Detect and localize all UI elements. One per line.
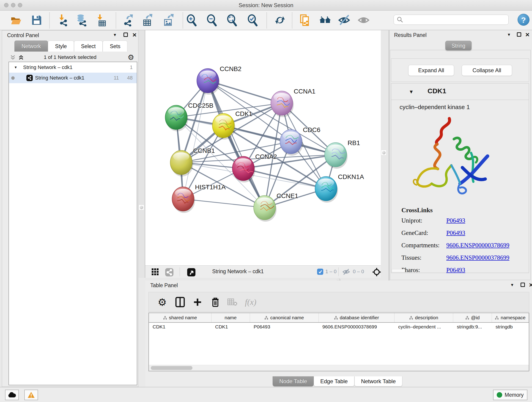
column-header-database-identifier[interactable]: database identifier <box>319 313 394 322</box>
table-cell[interactable]: stringdb <box>492 323 529 332</box>
compartments-link[interactable]: 9606.ENSP00000378699 <box>446 242 509 249</box>
export-table-icon[interactable] <box>141 14 153 27</box>
birdseye-grid-icon[interactable] <box>151 268 159 277</box>
uniprot-link[interactable]: P06493 <box>446 217 465 224</box>
table-row[interactable]: CDK1CDK1P064939606.ENSP00000378699cyclin… <box>149 323 529 332</box>
table-cell[interactable]: CDK1 <box>211 323 250 332</box>
table-cell[interactable]: stringdb:9... <box>453 323 492 332</box>
tab-network-table[interactable]: Network Table <box>355 376 403 386</box>
network-node-cdc25b[interactable] <box>165 105 188 131</box>
bottom-splitter[interactable] <box>145 278 381 281</box>
network-options-gear-icon[interactable]: ⚙ <box>128 53 134 62</box>
app-window: Session: New Session <box>0 0 532 402</box>
panel-float-icon[interactable] <box>520 283 525 287</box>
open-session-icon[interactable] <box>10 14 22 27</box>
right-splitter-handle[interactable] <box>381 150 386 155</box>
panel-float-icon[interactable] <box>123 32 128 37</box>
zoom-in-icon[interactable] <box>185 14 198 27</box>
column-header-name[interactable]: name <box>211 313 250 322</box>
import-network-file-icon[interactable] <box>57 14 70 27</box>
network-share-icon[interactable] <box>165 268 174 278</box>
genecard-link[interactable]: P06493 <box>446 230 465 236</box>
collapse-all-button[interactable]: Collapse All <box>462 65 512 76</box>
gene-section-header[interactable]: ▼ CDK1 <box>391 83 529 100</box>
cloud-status-button[interactable] <box>5 390 19 400</box>
clone-network-icon[interactable] <box>298 14 311 27</box>
left-splitter-handle[interactable] <box>139 205 144 210</box>
network-edge[interactable] <box>183 81 208 199</box>
scrollbar-thumb[interactable] <box>151 366 192 370</box>
table-hscrollbar[interactable] <box>149 365 529 371</box>
export-image-icon[interactable] <box>162 14 175 27</box>
table-cell[interactable]: 9606.ENSP00000378699 <box>319 323 394 332</box>
network-row[interactable]: String Network – cdk1 11 48 <box>9 73 137 83</box>
save-session-icon[interactable] <box>30 14 43 27</box>
import-table-icon[interactable] <box>95 14 108 27</box>
open-in-window-icon[interactable] <box>187 268 196 278</box>
column-header--id[interactable]: @id <box>453 313 492 322</box>
network-node-ccna1[interactable] <box>271 91 294 117</box>
panel-close-icon[interactable]: ✕ <box>529 282 532 288</box>
crosslink-label: Tissues: <box>401 254 446 261</box>
expand-all-button[interactable]: Expand All <box>408 65 454 76</box>
create-column-icon[interactable]: + <box>192 296 203 308</box>
warning-button[interactable] <box>24 390 38 400</box>
panel-menu-icon[interactable]: ▼ <box>510 283 514 287</box>
network-node-rb1[interactable] <box>325 143 348 169</box>
tab-edge-table[interactable]: Edge Table <box>314 376 355 386</box>
search-field[interactable] <box>394 15 509 25</box>
column-header-namespace[interactable]: namespace <box>492 313 529 322</box>
column-header-description[interactable]: description <box>394 313 453 322</box>
network-node-ccne1[interactable] <box>254 196 277 222</box>
crosslink-label: GeneCard: <box>401 230 446 236</box>
left-splitter[interactable] <box>138 30 145 278</box>
table-cell[interactable]: CDK1 <box>149 323 211 332</box>
network-node-ccnb2[interactable] <box>197 69 220 95</box>
search-input[interactable] <box>404 17 508 23</box>
hidden-eye-icon[interactable] <box>342 269 350 276</box>
tab-style[interactable]: Style <box>48 41 74 51</box>
selected-nodes-checkbox[interactable] <box>317 269 323 275</box>
zoom-selected-icon[interactable] <box>246 14 259 27</box>
panel-menu-icon[interactable]: ▼ <box>507 32 511 37</box>
pharos-link[interactable]: P06493 <box>446 267 465 274</box>
delete-column-trash-icon[interactable] <box>210 296 221 308</box>
tab-node-table[interactable]: Node Table <box>273 376 314 386</box>
network-edge[interactable] <box>183 199 265 208</box>
section-collapse-icon[interactable]: ▼ <box>409 89 414 95</box>
panel-menu-icon[interactable]: ▼ <box>113 33 117 37</box>
hide-unhide-icon[interactable] <box>338 14 351 27</box>
show-columns-icon[interactable] <box>174 296 186 308</box>
refresh-icon[interactable] <box>273 14 286 27</box>
network-node-cdkn1a[interactable] <box>315 177 338 203</box>
table-cell[interactable]: cyclin–dependent ... <box>394 323 453 332</box>
node-label: CCNB1 <box>193 147 215 154</box>
table-cell[interactable]: P06493 <box>250 323 319 332</box>
zoom-fit-icon[interactable] <box>226 14 239 27</box>
right-splitter[interactable] <box>381 30 389 281</box>
column-header-shared-name[interactable]: shared name <box>149 313 211 322</box>
table-options-gear-icon[interactable]: ⚙ <box>157 296 168 308</box>
zoom-out-icon[interactable] <box>206 14 218 27</box>
tree-expander-icon[interactable]: ▼ <box>14 62 17 73</box>
network-collection-row[interactable]: ▼ String Network – cdk1 1 <box>9 62 137 73</box>
tissues-link[interactable]: 9606.ENSP00000378699 <box>446 254 509 261</box>
import-network-database-icon[interactable] <box>75 14 88 27</box>
export-network-icon[interactable] <box>122 14 134 27</box>
tab-select[interactable]: Select <box>74 41 103 51</box>
network-node-hist1h1a[interactable] <box>172 187 195 213</box>
tab-sets[interactable]: Sets <box>103 41 127 51</box>
fit-crosshair-icon[interactable] <box>372 268 381 278</box>
help-button[interactable]: ? <box>518 14 530 26</box>
memory-button[interactable]: Memory <box>493 390 527 400</box>
panel-close-icon[interactable]: ✕ <box>525 32 530 38</box>
network-node-cdk1[interactable] <box>212 114 235 140</box>
panel-close-icon[interactable]: ✕ <box>132 32 137 38</box>
network-graph[interactable]: CCNB2CCNA1CDC25BCDK1CDC6RB1CCNB1CCNA2CDK… <box>145 30 381 265</box>
panel-float-icon[interactable] <box>517 32 521 37</box>
home-view-icon[interactable] <box>319 14 331 27</box>
tab-string[interactable]: String <box>445 41 472 51</box>
tab-network[interactable]: Network <box>14 41 48 51</box>
column-header-canonical-name[interactable]: canonical name <box>250 313 319 322</box>
network-canvas[interactable]: CCNB2CCNA1CDC25BCDK1CDC6RB1CCNB1CCNA2CDK… <box>145 30 381 265</box>
